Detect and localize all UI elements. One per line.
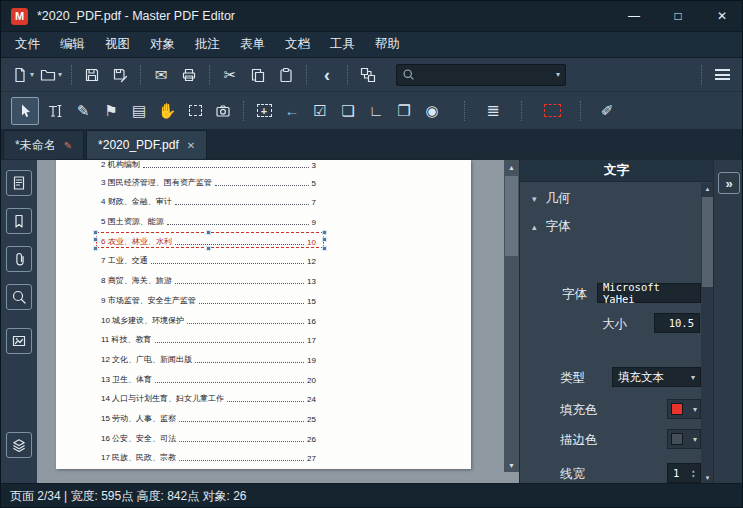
toc-line[interactable]: 11 科技、教育17 xyxy=(101,330,316,350)
sidebar-search-button[interactable] xyxy=(6,284,32,310)
fill-color-picker[interactable]: ▾ xyxy=(667,399,701,419)
chevron-down-icon[interactable]: ▾ xyxy=(58,70,62,79)
insert-back-arrow-button[interactable]: ← xyxy=(280,98,304,124)
search-dropdown-arrow-icon[interactable]: ▾ xyxy=(556,70,560,79)
stamp-tool-button[interactable]: ❏ xyxy=(336,98,360,124)
collapse-panel-button[interactable]: » xyxy=(718,172,740,194)
menu-object[interactable]: 对象 xyxy=(140,32,185,58)
minimize-button[interactable]: — xyxy=(612,1,656,31)
selection-handle[interactable] xyxy=(93,246,98,251)
scroll-up-icon[interactable]: ▲ xyxy=(504,160,519,174)
open-file-button[interactable]: ▾ xyxy=(39,62,63,88)
scrollbar-thumb[interactable] xyxy=(505,176,518,256)
paste-button[interactable] xyxy=(274,62,298,88)
flag-tool-button[interactable]: ⚑ xyxy=(99,98,123,124)
chevron-down-icon[interactable]: ▾ xyxy=(30,70,34,79)
align-tool-button[interactable]: ≣ xyxy=(481,98,505,124)
section-geometry[interactable]: ▾ 几何 xyxy=(532,190,571,207)
font-size-field[interactable]: 10.5 xyxy=(654,313,700,333)
spin-down-icon[interactable]: ▾ xyxy=(691,473,695,478)
sidebar-attachments-button[interactable] xyxy=(6,246,32,272)
toc-line[interactable]: 12 文化、广电、新闻出版19 xyxy=(101,349,316,369)
menu-form[interactable]: 表单 xyxy=(230,32,275,58)
print-button[interactable] xyxy=(177,62,201,88)
back-navigation-button[interactable]: ‹ xyxy=(315,62,339,88)
toc-line[interactable]: 7 工业、交通12 xyxy=(101,251,316,271)
sidebar-page-thumbnails-button[interactable] xyxy=(6,170,32,196)
toc-line[interactable]: 5 国土资源、能源9 xyxy=(101,211,316,231)
new-document-button[interactable]: ▾ xyxy=(11,62,35,88)
selection-handle[interactable] xyxy=(322,237,327,242)
search-input[interactable] xyxy=(419,68,550,82)
scroll-up-icon[interactable]: ▲ xyxy=(701,183,713,195)
scroll-down-icon[interactable]: ▼ xyxy=(504,458,519,472)
snapshot-button[interactable] xyxy=(211,98,235,124)
scroll-down-icon[interactable]: ▼ xyxy=(701,472,713,483)
stepper-arrows[interactable]: ▴ ▾ xyxy=(691,468,695,478)
pdf-page[interactable]: 2 机构编制3 3 国民经济管理、国有资产监管5 4 财政、金融、审计7 5 国… xyxy=(56,160,471,469)
toc-line[interactable]: 2 机构编制3 xyxy=(101,160,316,172)
toc-line[interactable]: 14 人口与计划生育、妇女儿童工作24 xyxy=(101,389,316,409)
menu-file[interactable]: 文件 xyxy=(5,32,50,58)
font-family-field[interactable]: Microsoft YaHei xyxy=(597,283,701,303)
menu-comment[interactable]: 批注 xyxy=(185,32,230,58)
selection-handle[interactable] xyxy=(322,246,327,251)
eraser-tool-button[interactable]: ✐ xyxy=(595,98,619,124)
document-viewport[interactable]: 2 机构编制3 3 国民经济管理、国有资产监管5 4 财政、金融、审计7 5 国… xyxy=(37,159,519,483)
sidebar-bookmarks-button[interactable] xyxy=(6,208,32,234)
menu-help[interactable]: 帮助 xyxy=(365,32,410,58)
close-button[interactable]: ✕ xyxy=(700,1,743,31)
document-vertical-scrollbar[interactable]: ▲ ▼ xyxy=(504,160,519,472)
menu-tools[interactable]: 工具 xyxy=(320,32,365,58)
pages-tool-button[interactable]: ❐ xyxy=(392,98,416,124)
toc-line[interactable]: 3 国民经济管理、国有资产监管5 xyxy=(101,172,316,192)
tab-close-icon[interactable]: ✕ xyxy=(187,140,195,151)
toc-line[interactable]: 9 市场监管、安全生产监管15 xyxy=(101,290,316,310)
hand-tool-button[interactable]: ✋ xyxy=(155,98,179,124)
toc-line[interactable]: 15 劳动、人事、监察25 xyxy=(101,408,316,428)
tab-2020-pdf[interactable]: *2020_PDF.pdf ✕ xyxy=(86,130,207,159)
toc-line[interactable]: 17 民族、民政、宗教27 xyxy=(101,448,316,468)
toc-line[interactable]: 13 卫生、体育20 xyxy=(101,369,316,389)
sidebar-layers-button[interactable] xyxy=(6,432,32,458)
copy-button[interactable] xyxy=(246,62,270,88)
sidebar-properties-button[interactable] xyxy=(6,328,32,354)
measure-tool-button[interactable]: ∟ xyxy=(364,98,388,124)
selection-handle[interactable] xyxy=(93,237,98,242)
selection-handle[interactable] xyxy=(93,230,98,235)
save-as-button[interactable] xyxy=(108,62,132,88)
email-button[interactable]: ✉ xyxy=(149,62,173,88)
text-type-dropdown[interactable]: 填充文本 ▾ xyxy=(612,367,701,387)
toc-line[interactable]: 8 商贸、海关、旅游13 xyxy=(101,270,316,290)
add-widget-button[interactable]: + xyxy=(252,98,276,124)
form-fields-button[interactable]: ▤ xyxy=(127,98,151,124)
edit-tool-button[interactable]: ✎ xyxy=(71,98,95,124)
cut-button[interactable]: ✂ xyxy=(218,62,242,88)
scrollbar-thumb[interactable] xyxy=(702,197,713,287)
selected-text-object[interactable]: 6 农业、林业、水利10 xyxy=(101,231,316,251)
panel-vertical-scrollbar[interactable]: ▲ ▼ xyxy=(701,183,713,483)
selection-handle[interactable] xyxy=(206,246,211,251)
save-button[interactable] xyxy=(80,62,104,88)
selection-handle[interactable] xyxy=(206,230,211,235)
toc-line[interactable]: 16 公安、安全、司法26 xyxy=(101,428,316,448)
line-width-stepper[interactable]: 1 ▴ ▾ xyxy=(667,463,701,483)
menu-document[interactable]: 文档 xyxy=(275,32,320,58)
toc-line[interactable]: 10 城乡建设、环境保护16 xyxy=(101,310,316,330)
checkbox-field-button[interactable]: ☑ xyxy=(308,98,332,124)
stroke-color-picker[interactable]: ▾ xyxy=(667,429,701,449)
tab-untitled[interactable]: *未命名 ✎ xyxy=(3,130,84,159)
panels-layout-button[interactable] xyxy=(356,62,380,88)
radio-field-button[interactable]: ◉ xyxy=(420,98,444,124)
text-tool-button[interactable] xyxy=(43,98,67,124)
section-font[interactable]: ▴ 字体 xyxy=(532,218,571,235)
redact-selection-button[interactable] xyxy=(540,98,564,124)
toc-line[interactable]: 4 财政、金融、审计7 xyxy=(101,192,316,212)
selection-handle[interactable] xyxy=(322,230,327,235)
maximize-button[interactable]: □ xyxy=(656,1,700,31)
menu-view[interactable]: 视图 xyxy=(95,32,140,58)
toolbar-menu-button[interactable] xyxy=(710,62,734,88)
crop-tool-button[interactable] xyxy=(183,98,207,124)
menu-edit[interactable]: 编辑 xyxy=(50,32,95,58)
select-tool-button[interactable] xyxy=(11,97,39,125)
